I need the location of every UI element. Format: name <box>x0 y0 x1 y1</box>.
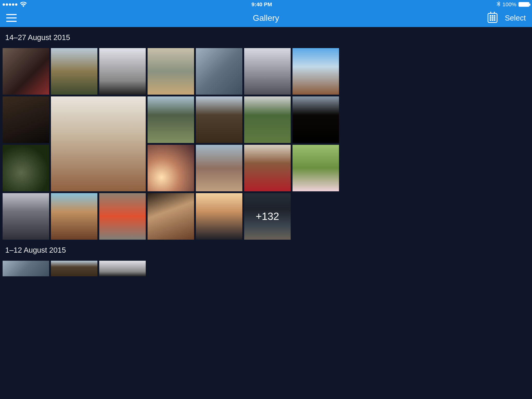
photo-thumb-more[interactable]: +132 <box>244 193 291 240</box>
nav-bar: Gallery Select <box>0 9 532 27</box>
photo-thumb[interactable] <box>51 193 97 240</box>
more-count: +132 <box>244 193 291 240</box>
page-title: Gallery <box>253 13 279 23</box>
status-bar: 9:40 PM 100% <box>0 0 532 9</box>
photo-thumb-large[interactable] <box>51 96 146 191</box>
signal-dots-icon <box>3 3 17 6</box>
photo-thumb[interactable] <box>196 48 242 95</box>
photo-thumb[interactable] <box>244 145 291 191</box>
photo-thumb[interactable] <box>148 193 194 240</box>
photo-thumb[interactable] <box>51 261 97 276</box>
group-header: 1–12 August 2015 <box>2 240 530 261</box>
battery-percent: 100% <box>502 1 516 8</box>
photo-thumb[interactable] <box>292 145 339 191</box>
calendar-icon[interactable] <box>488 13 497 23</box>
photo-thumb[interactable] <box>99 48 146 95</box>
photo-thumb[interactable] <box>3 261 49 276</box>
battery-icon <box>518 2 529 7</box>
status-right: 100% <box>497 1 529 8</box>
select-button[interactable]: Select <box>505 14 526 22</box>
photo-thumb[interactable] <box>3 145 49 191</box>
photo-thumb[interactable] <box>196 193 242 240</box>
photo-thumb[interactable] <box>148 96 194 143</box>
photo-grid: +132 <box>2 48 530 240</box>
photo-thumb[interactable] <box>99 261 146 276</box>
photo-thumb[interactable] <box>244 48 291 95</box>
photo-thumb[interactable] <box>292 48 339 95</box>
group-header: 14–27 August 2015 <box>2 27 530 48</box>
photo-thumb[interactable] <box>3 96 49 143</box>
photo-thumb[interactable] <box>148 48 194 95</box>
gallery-content: 14–27 August 2015 +132 1–12 August 2015 <box>0 27 532 276</box>
photo-thumb[interactable] <box>148 145 194 191</box>
photo-thumb[interactable] <box>196 145 242 191</box>
photo-thumb[interactable] <box>196 96 242 143</box>
photo-thumb[interactable] <box>3 193 49 240</box>
menu-icon[interactable] <box>6 14 17 22</box>
bluetooth-icon <box>497 1 500 8</box>
status-time: 9:40 PM <box>251 1 272 8</box>
wifi-icon <box>20 2 27 7</box>
photo-thumb[interactable] <box>292 96 339 143</box>
photo-grid <box>2 261 530 276</box>
photo-thumb[interactable] <box>244 96 291 143</box>
photo-thumb[interactable] <box>3 48 49 95</box>
photo-thumb[interactable] <box>51 48 97 95</box>
photo-thumb[interactable] <box>99 193 146 240</box>
status-left <box>3 2 27 7</box>
